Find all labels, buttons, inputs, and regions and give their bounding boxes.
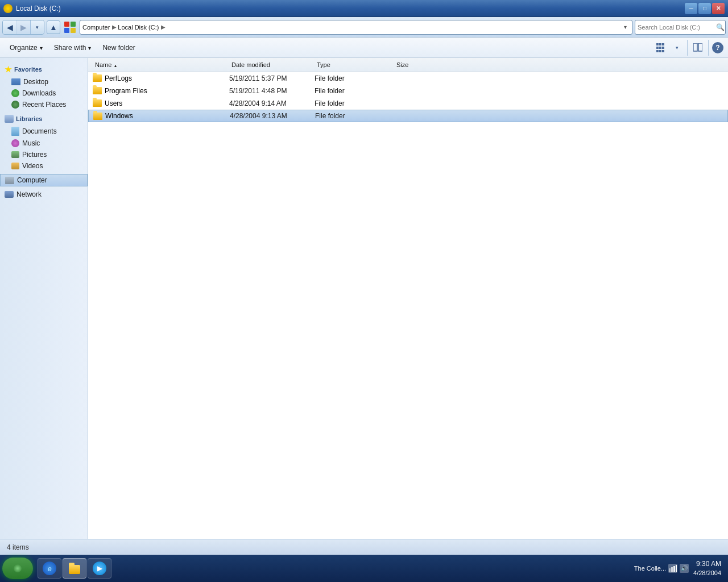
svg-rect-17 xyxy=(673,566,675,572)
file-row-perflogs[interactable]: PerfLogs 5/19/2011 5:37 PM File folder xyxy=(88,72,728,85)
file-name-users: Users xyxy=(93,99,229,107)
dropdown-button[interactable]: ▾ xyxy=(30,20,44,34)
file-label-windows: Windows xyxy=(105,112,133,120)
preview-pane-icon xyxy=(693,43,702,52)
sidebar-favorites-header[interactable]: ★ Favorites xyxy=(0,63,88,76)
sidebar-section-favorites: ★ Favorites Desktop Downloads Recent Pla… xyxy=(0,63,88,110)
pictures-icon xyxy=(11,151,19,158)
forward-button[interactable]: ▶ xyxy=(16,20,30,34)
file-type-users: File folder xyxy=(315,99,394,107)
view-dropdown-button[interactable]: ▾ xyxy=(670,41,684,55)
sidebar-section-network: Network xyxy=(0,189,88,200)
sidebar-item-recent-places[interactable]: Recent Places xyxy=(0,99,88,110)
music-icon xyxy=(11,139,19,147)
sidebar-item-documents[interactable]: Documents xyxy=(0,125,88,138)
breadcrumb: Computer ▶ Local Disk (C:) ▶ xyxy=(82,24,618,31)
preview-pane-button[interactable] xyxy=(691,41,705,55)
column-header-type[interactable]: Type xyxy=(315,59,394,70)
file-row-program-files[interactable]: Program Files 5/19/2011 4:48 PM File fol… xyxy=(88,85,728,97)
sidebar-libraries-header[interactable]: Libraries xyxy=(0,113,88,125)
sidebar-item-downloads[interactable]: Downloads xyxy=(0,88,88,99)
file-date-users: 4/28/2004 9:14 AM xyxy=(229,99,315,107)
file-date-program-files: 5/19/2011 4:48 PM xyxy=(229,87,315,95)
minimize-button[interactable]: ─ xyxy=(685,3,697,14)
organize-label: Organize xyxy=(10,44,38,52)
documents-label: Documents xyxy=(22,127,57,135)
toolbar-divider2 xyxy=(708,40,709,56)
search-box[interactable]: 🔍 xyxy=(635,20,726,35)
file-date-windows: 4/28/2004 9:13 AM xyxy=(230,112,315,120)
tray-icon-network xyxy=(668,564,677,573)
folder-icon-windows xyxy=(93,113,102,120)
desktop-icon xyxy=(11,78,20,85)
videos-icon xyxy=(11,163,19,169)
file-label-users: Users xyxy=(105,99,122,107)
svg-rect-2 xyxy=(64,28,69,33)
svg-rect-14 xyxy=(698,43,702,51)
window-title: Local Disk (C:) xyxy=(16,5,61,13)
clock-date: 4/28/2004 xyxy=(693,569,721,577)
maximize-button[interactable]: □ xyxy=(698,3,711,14)
up-button[interactable]: ▲ xyxy=(47,20,60,34)
pictures-label: Pictures xyxy=(22,151,47,159)
sidebar-item-pictures[interactable]: Pictures xyxy=(0,149,88,160)
svg-rect-18 xyxy=(676,565,677,572)
column-header-date[interactable]: Date modified xyxy=(229,59,315,70)
back-button[interactable]: ◀ xyxy=(3,20,16,34)
recent-places-icon xyxy=(11,101,19,109)
column-size-label: Size xyxy=(396,61,408,68)
view-options-button[interactable] xyxy=(654,41,668,55)
column-header-size[interactable]: Size xyxy=(394,59,451,70)
libraries-icon xyxy=(5,115,14,123)
favorites-label: Favorites xyxy=(14,66,42,73)
file-row-users[interactable]: Users 4/28/2004 9:14 AM File folder xyxy=(88,97,728,110)
file-row-windows[interactable]: Windows 4/28/2004 9:13 AM File folder xyxy=(88,110,728,122)
toolbar-right: ▾ ? xyxy=(654,40,723,56)
nav-bar: ◀ ▶ ▾ ▲ Computer ▶ Local Disk (C:) ▶ ▾ 🔍 xyxy=(0,17,728,38)
sidebar-item-music[interactable]: Music xyxy=(0,138,88,149)
organize-chevron-icon xyxy=(40,44,43,52)
file-label-program-files: Program Files xyxy=(105,87,147,95)
help-button[interactable]: ? xyxy=(712,42,723,53)
taskbar-media-button[interactable]: ▶ xyxy=(88,558,111,579)
windows-logo xyxy=(64,21,76,34)
sidebar-item-videos[interactable]: Videos xyxy=(0,160,88,172)
address-bar[interactable]: Computer ▶ Local Disk (C:) ▶ ▾ xyxy=(80,20,632,35)
sidebar-item-desktop[interactable]: Desktop xyxy=(0,76,88,88)
folder-icon-users xyxy=(93,99,102,107)
system-tray: The Colle... 🔊 xyxy=(634,564,689,573)
toolbar-divider xyxy=(687,40,688,56)
column-name-label: Name xyxy=(95,61,111,68)
title-bar: Local Disk (C:) ─ □ ✕ xyxy=(0,0,728,17)
share-with-button[interactable]: Share with xyxy=(49,40,97,56)
search-input[interactable] xyxy=(638,24,716,31)
start-orb-icon xyxy=(14,564,22,572)
content-area: Name Date modified Type Size PerfLogs 5/… xyxy=(88,58,728,539)
close-button[interactable]: ✕ xyxy=(712,3,725,14)
share-label: Share with xyxy=(54,44,86,52)
svg-rect-7 xyxy=(656,47,659,49)
file-type-perflogs: File folder xyxy=(315,74,394,82)
organize-button[interactable]: Organize xyxy=(5,40,48,56)
svg-rect-16 xyxy=(671,567,673,572)
address-dropdown-button[interactable]: ▾ xyxy=(621,20,630,34)
svg-rect-8 xyxy=(659,47,661,49)
start-button[interactable] xyxy=(2,558,33,579)
file-type-program-files: File folder xyxy=(315,87,394,95)
sidebar-item-network[interactable]: Network xyxy=(0,189,88,200)
new-folder-label: New folder xyxy=(102,44,135,52)
column-header-name[interactable]: Name xyxy=(93,59,229,70)
folder-icon-perflogs xyxy=(93,74,102,82)
taskbar-right: The Colle... 🔊 9:30 AM 4/28/2004 xyxy=(634,560,726,577)
svg-rect-6 xyxy=(662,43,664,45)
taskbar-ie-button[interactable]: e xyxy=(38,558,61,579)
file-type-windows: File folder xyxy=(315,112,395,120)
svg-rect-12 xyxy=(662,50,664,52)
new-folder-button[interactable]: New folder xyxy=(97,40,140,56)
libraries-label: Libraries xyxy=(16,115,42,122)
nav-btn-group: ◀ ▶ ▾ xyxy=(2,20,44,35)
item-count-label: 4 items xyxy=(7,543,29,551)
item-count: 4 items xyxy=(7,543,29,551)
sidebar-item-computer[interactable]: Computer xyxy=(0,174,88,186)
taskbar-explorer-button[interactable] xyxy=(63,558,86,579)
